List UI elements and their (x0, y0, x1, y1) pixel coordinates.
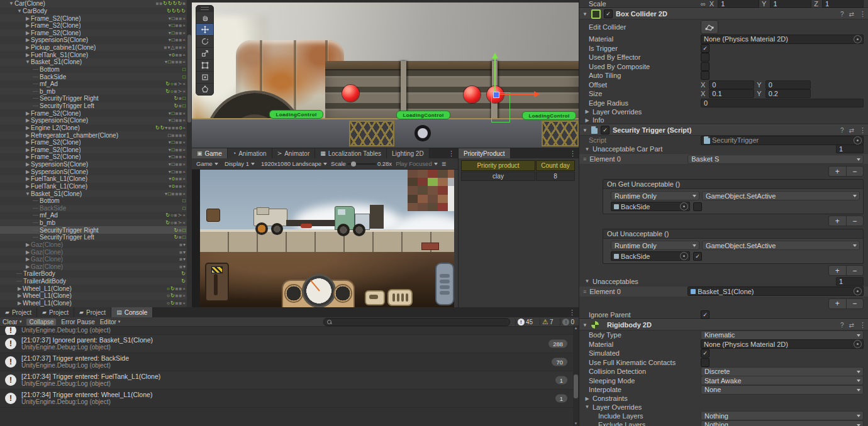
expand-open-icon[interactable]: ▼ (16, 8, 23, 14)
gear-lever-panel[interactable] (205, 263, 229, 302)
hierarchy-item[interactable]: ▼Basket_S1(Clone)▾□■■■× (0, 58, 192, 66)
sphere-gizmo[interactable] (464, 86, 481, 103)
add-remove-buttons[interactable]: +− (828, 265, 864, 276)
tab-animation[interactable]: ◔Animation (228, 148, 272, 158)
expand-closed-icon[interactable]: ▶ (25, 139, 31, 145)
add-remove-buttons[interactable]: +− (828, 166, 864, 177)
drag-handle-icon[interactable]: ≡ (583, 288, 586, 295)
help-icon[interactable]: ? (840, 127, 844, 134)
stats-icon[interactable]: ≣ (442, 160, 447, 167)
unacceptables-foldout[interactable]: ▼Unacceptables 1 (579, 277, 868, 286)
hierarchy-item[interactable]: ▶SyspensionS(Clone)▾□■■× (0, 168, 192, 175)
simulated-checkbox[interactable] (701, 349, 709, 358)
hierarchy-item[interactable]: Bottom□ (0, 66, 192, 74)
expand-closed-icon[interactable]: ▶ (25, 117, 31, 123)
expand-closed-icon[interactable]: ▶ (25, 176, 31, 182)
used-by-effector-checkbox[interactable] (701, 53, 709, 62)
loading-control-label[interactable]: LoadingControl (396, 111, 450, 119)
hierarchy-item[interactable]: ▶Engine L2(Clone)↻↻▾■■■0× (0, 124, 192, 132)
palette-drag-handle[interactable] (196, 6, 213, 11)
info-count[interactable]: !45 (515, 319, 535, 325)
sleeping-mode-dropdown[interactable]: Start Awake (701, 376, 864, 385)
size-x-field[interactable]: 0.1 (709, 89, 754, 98)
rb-material-field[interactable]: None (Physics Material 2D) (701, 339, 864, 349)
car-button[interactable] (365, 290, 385, 305)
game-tab-menu-icon[interactable]: ⋮ (445, 148, 458, 158)
constraints-foldout[interactable]: ▶Constraints (579, 395, 868, 403)
edge-radius-field[interactable]: 0 (701, 99, 864, 107)
add-listener-button[interactable]: + (829, 216, 847, 226)
hierarchy-item[interactable]: BackSide□ (0, 73, 192, 80)
exit-door-icon[interactable] (206, 209, 220, 222)
remove-element-button[interactable]: − (847, 167, 864, 176)
include-layers-dropdown[interactable]: Nothing (701, 411, 864, 420)
tab-lighting-2d[interactable]: Lighting 2D (387, 148, 430, 158)
transform-tool[interactable] (196, 71, 213, 83)
scale-z-field[interactable]: 1 (822, 0, 864, 8)
add-element-button[interactable]: + (829, 299, 847, 309)
hierarchy-item[interactable]: ▶SyspensionS(Clone)▾□■■× (0, 117, 192, 124)
hierarchy-item[interactable]: SecurityTrigger Right↻■□ (0, 95, 192, 102)
hierarchy-item[interactable]: TrailerBody↻ (0, 270, 192, 278)
preset-icon[interactable]: ⇄ (849, 322, 854, 329)
brake-pedal[interactable] (435, 263, 454, 305)
expand-closed-icon[interactable]: ▶ (25, 256, 31, 262)
bc-info-foldout[interactable]: ▶Info (579, 116, 868, 125)
expand-open-icon[interactable]: ▼ (8, 1, 14, 6)
interpolate-dropdown[interactable]: None (701, 385, 864, 395)
auto-tiling-checkbox[interactable] (701, 71, 709, 80)
tab-console[interactable]: ▤Console (111, 307, 153, 317)
hierarchy-item[interactable]: ▶Pickup_cabine1(Clone)■▾△■■× (0, 44, 192, 52)
hierarchy-item[interactable]: ▼Basket_S1(Clone)▾□■■■× (0, 190, 192, 197)
expand-closed-icon[interactable]: ▶ (25, 183, 31, 189)
object-picker-icon[interactable] (680, 202, 688, 210)
box-collider-header[interactable]: ▼ Box Collider 2D ?⇄⋮ (579, 8, 868, 19)
security-trigger-header[interactable]: ▼ Security Trigger (Script) ?⇄⋮ (579, 124, 868, 136)
hierarchy-scrollbar-thumb[interactable] (187, 35, 191, 123)
hierarchy-item[interactable]: SecurityTrigger Right↻■□ (0, 226, 192, 234)
expand-closed-icon[interactable]: ▶ (16, 286, 23, 292)
move-gizmo-x-arrow[interactable] (534, 91, 540, 97)
hierarchy-item[interactable]: ▶Frame_S2(Clone)▾□■■× (0, 22, 192, 30)
tab-project-3[interactable]: ▰Project (74, 307, 111, 317)
unacceptable-car-part-foldout[interactable]: ▼Unacceptable Car Part 1 (579, 145, 868, 154)
event-target-field[interactable]: BackSide (611, 251, 690, 261)
unacceptable-element-row[interactable]: ≡ Element 0 Basket S (579, 153, 868, 165)
expand-closed-icon[interactable]: ▶ (25, 125, 31, 131)
foldout-icon[interactable]: ▼ (582, 322, 588, 328)
error-count[interactable]: !0 (560, 319, 576, 325)
expand-closed-icon[interactable]: ▶ (25, 111, 31, 116)
console-log-entry[interactable]: ![21:07:34] Trigger entered: FuelTank_L1… (0, 371, 579, 390)
console-scrollbar[interactable]: ▲ ▼ (573, 325, 579, 426)
collision-detection-dropdown[interactable]: Discrete (701, 367, 864, 376)
tab-project-2[interactable]: ▰Project (37, 307, 74, 317)
gas-pedal[interactable] (387, 289, 413, 306)
hierarchy-item[interactable]: ▶SyspensionS(Clone)▾□■■× (0, 161, 192, 168)
box-collider-enabled-checkbox[interactable] (604, 9, 613, 18)
hierarchy-item[interactable]: SecurityTrigger Left↻■□ (0, 234, 192, 241)
priority-menu-icon[interactable]: ⋮ (566, 148, 579, 158)
bc-layer-overrides-foldout[interactable]: ▶Layer Overrides (579, 107, 868, 116)
display-dropdown[interactable]: Display 1 (222, 160, 257, 168)
offset-x-field[interactable]: 0 (709, 80, 754, 89)
expand-closed-icon[interactable]: ▶ (25, 154, 31, 160)
clear-button[interactable]: Clear▾ (3, 319, 21, 325)
move-tool[interactable] (196, 23, 213, 35)
exclude-layers-dropdown[interactable]: Nothing (701, 420, 864, 426)
hierarchy-item[interactable]: ▶Frame_S2(Clone)▾□■■× (0, 139, 192, 146)
resolution-dropdown[interactable]: 1920x1080 Landscape (259, 160, 330, 168)
array-size-field[interactable]: 1 (836, 145, 864, 153)
help-icon[interactable]: ? (840, 11, 844, 18)
tab-game[interactable]: ▣Game (192, 148, 228, 158)
hierarchy-item[interactable]: ▶Frame_S2(Clone)▾□■■× (0, 109, 192, 117)
hierarchy-item[interactable]: ▼Car(Clone)■■↻↻↻↻■ (0, 0, 192, 8)
security-trigger-enabled-checkbox[interactable] (601, 126, 609, 134)
scene-view[interactable]: LoadingControlLoadingControlLoadingContr… (192, 0, 579, 148)
expand-closed-icon[interactable]: ▶ (25, 264, 31, 270)
component-menu-icon[interactable]: ⋮ (859, 321, 866, 329)
hierarchy-item[interactable]: ▶Refregerator1_chamber(Clone)□■■■× (0, 131, 192, 139)
collapse-toggle[interactable]: Collapse (26, 319, 56, 325)
move-gizmo-x-axis[interactable] (496, 94, 534, 95)
error-pause-toggle[interactable]: Error Pause (61, 319, 94, 325)
hierarchy-item[interactable]: TrailerAditBody↻ (0, 278, 192, 285)
